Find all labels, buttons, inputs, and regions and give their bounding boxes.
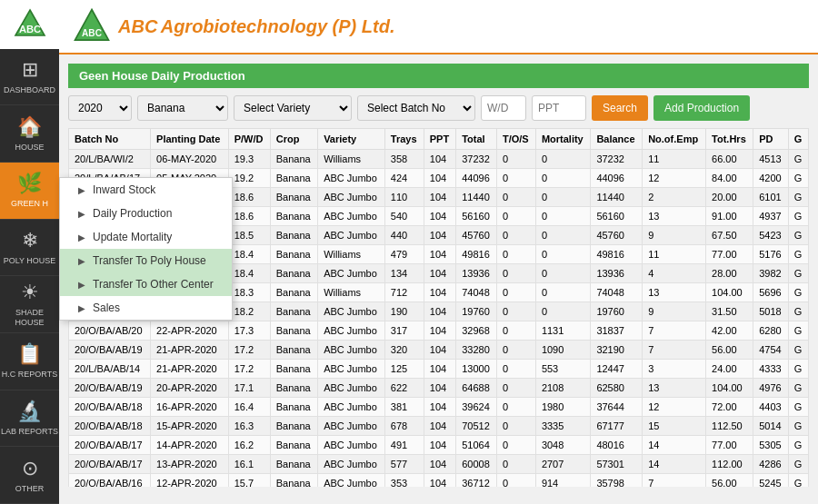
svg-text:ABC: ABC: [18, 24, 40, 35]
cell-0-5: 358: [384, 150, 424, 169]
cell-3-7: 56160: [456, 207, 497, 226]
cell-2-13: 6101: [753, 188, 789, 207]
header-prefix: ABC: [118, 16, 157, 36]
cell-6-11: 4: [643, 264, 706, 283]
context-menu-update-mortality[interactable]: ▶ Update Mortality: [60, 225, 232, 249]
cell-0-4: Williams: [318, 150, 385, 169]
sidebar-item-labreports[interactable]: 🔬 LAB REPORTS: [0, 390, 59, 448]
cell-16-10: 57301: [591, 455, 643, 474]
cell-2-8: 0: [496, 188, 535, 207]
table-row[interactable]: 20/L/BA/WI/206-MAY-202019.3BananaWilliam…: [69, 150, 809, 169]
col-tothrs: Tot.Hrs: [706, 129, 753, 150]
context-menu-transfer-poly[interactable]: ▶ Transfer To Poly House: [60, 249, 232, 272]
context-menu-sales[interactable]: ▶ Sales: [60, 296, 232, 320]
cell-12-0: 20/O/BA/AB/19: [69, 379, 151, 398]
cell-8-4: ABC Jumbo: [318, 302, 385, 321]
cell-14-7: 70512: [456, 417, 497, 436]
cell-9-10: 31837: [591, 321, 643, 341]
arrow-icon-6: ▶: [78, 303, 85, 313]
cell-9-14: G: [788, 321, 808, 341]
cell-11-10: 12447: [591, 360, 643, 379]
cell-10-2: 17.2: [228, 341, 270, 360]
year-select[interactable]: 2020: [68, 95, 132, 121]
cell-10-13: 4754: [753, 341, 789, 360]
table-row[interactable]: 20/O/BA/AB/1714-APR-202016.2BananaABC Ju…: [69, 436, 809, 455]
sidebar-item-greenhouse[interactable]: 🌿 GREEN H: [0, 163, 59, 220]
cell-12-1: 20-APR-2020: [151, 379, 229, 398]
batch-select[interactable]: Select Batch No: [357, 95, 475, 121]
filters-row: 2020 Banana Select Variety Select Batch …: [68, 95, 809, 121]
cell-13-12: 72.00: [706, 398, 753, 417]
cell-16-4: ABC Jumbo: [318, 455, 385, 474]
cell-15-6: 104: [424, 436, 455, 455]
cell-15-9: 3048: [535, 436, 591, 455]
col-noemp: No.of.Emp: [643, 129, 706, 150]
cell-5-6: 104: [424, 245, 455, 264]
cell-7-14: G: [788, 283, 808, 302]
cell-8-5: 190: [384, 302, 424, 321]
cell-4-13: 5423: [753, 226, 789, 245]
cell-9-3: Banana: [270, 321, 317, 341]
cell-7-4: Williams: [318, 283, 385, 302]
table-row[interactable]: 20/O/BA/AB/1815-APR-202016.3BananaABC Ju…: [69, 417, 809, 436]
context-menu-daily-production[interactable]: ▶ Daily Production: [60, 202, 232, 225]
table-row[interactable]: 20/O/BA/AB/1713-APR-202016.1BananaABC Ju…: [69, 455, 809, 474]
cell-11-11: 3: [643, 360, 706, 379]
cell-14-11: 15: [643, 417, 706, 436]
dashboard-icon: ⊞: [22, 58, 38, 82]
cell-16-13: 4286: [753, 455, 789, 474]
crop-select[interactable]: Banana: [137, 95, 228, 121]
context-menu-inward-stock-label: Inward Stock: [93, 183, 155, 196]
cell-14-13: 5014: [753, 417, 789, 436]
context-menu-transfer-other[interactable]: ▶ Transfer To Other Center: [60, 272, 232, 296]
table-row[interactable]: 20/O/BA/AB/1816-APR-202016.4BananaABC Ju…: [69, 398, 809, 417]
sidebar-item-house[interactable]: 🏠 HOUSE: [0, 105, 59, 163]
search-button[interactable]: Search: [592, 95, 648, 121]
cell-8-12: 31.50: [706, 302, 753, 321]
table-row[interactable]: 20/O/BA/AB/2022-APR-202017.3BananaABC Ju…: [69, 321, 809, 341]
cell-14-2: 16.3: [228, 417, 270, 436]
cell-10-11: 7: [643, 341, 706, 360]
cell-15-7: 51064: [456, 436, 497, 455]
ppt-input[interactable]: [532, 95, 586, 121]
cell-13-6: 104: [424, 398, 455, 417]
wd-input[interactable]: [481, 95, 526, 121]
cell-11-2: 17.2: [228, 360, 270, 379]
cell-11-6: 104: [424, 360, 455, 379]
sidebar-item-shadehouse[interactable]: ☀ SHADE HOUSE: [0, 276, 59, 333]
sidebar-item-shadehouse-label: SHADE HOUSE: [0, 308, 59, 328]
cell-16-0: 20/O/BA/AB/17: [69, 455, 151, 474]
cell-13-2: 16.4: [228, 398, 270, 417]
context-menu-inward-stock[interactable]: ▶ Inward Stock: [60, 178, 232, 202]
cell-9-7: 32968: [456, 321, 497, 341]
table-row[interactable]: 20/O/BA/AB/1612-APR-202015.7BananaABC Ju…: [69, 474, 809, 488]
cell-5-9: 0: [535, 245, 591, 264]
sidebar-item-other[interactable]: ⊙ OTHER: [0, 447, 59, 504]
cell-5-13: 5176: [753, 245, 789, 264]
cell-1-10: 44096: [591, 169, 643, 188]
cell-4-8: 0: [496, 226, 535, 245]
cell-13-11: 12: [643, 398, 706, 417]
sidebar-item-hcreports[interactable]: 📋 H.C REPORTS: [0, 333, 59, 390]
cell-0-10: 37232: [591, 150, 643, 169]
sidebar-item-dashboard[interactable]: ⊞ DASHBOARD: [0, 49, 59, 106]
table-row[interactable]: 20/L/BA/AB/1421-APR-202017.2BananaABC Ju…: [69, 360, 809, 379]
cell-12-7: 64688: [456, 379, 497, 398]
cell-3-11: 13: [643, 207, 706, 226]
sidebar-item-polyhouse[interactable]: ❄ POLY HOUSE: [0, 220, 59, 277]
cell-12-8: 0: [496, 379, 535, 398]
add-production-button[interactable]: Add Production: [653, 95, 750, 121]
cell-3-8: 0: [496, 207, 535, 226]
cell-11-5: 125: [384, 360, 424, 379]
cell-13-10: 37644: [591, 398, 643, 417]
cell-5-7: 49816: [456, 245, 497, 264]
cell-11-1: 21-APR-2020: [151, 360, 229, 379]
cell-0-3: Banana: [270, 150, 317, 169]
cell-9-5: 317: [384, 321, 424, 341]
cell-17-13: 5245: [753, 474, 789, 488]
table-row[interactable]: 20/O/BA/AB/1921-APR-202017.2BananaABC Ju…: [69, 341, 809, 360]
variety-select[interactable]: Select Variety: [234, 95, 352, 121]
cell-7-12: 104.00: [706, 283, 753, 302]
cell-17-2: 15.7: [228, 474, 270, 488]
table-row[interactable]: 20/O/BA/AB/1920-APR-202017.1BananaABC Ju…: [69, 379, 809, 398]
